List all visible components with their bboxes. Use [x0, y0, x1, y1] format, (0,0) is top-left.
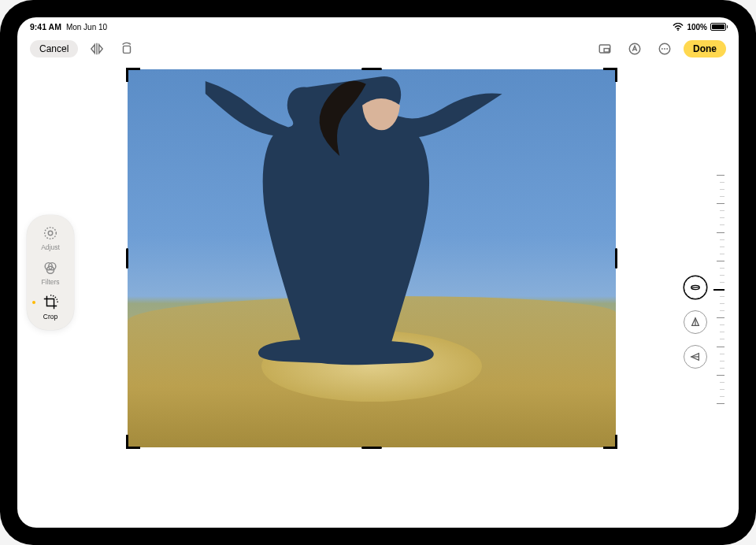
slider-tick [720, 339, 724, 339]
crop-region[interactable] [128, 69, 616, 447]
slider-tick [720, 189, 724, 190]
wifi-icon [673, 23, 684, 31]
slider-tick [720, 239, 724, 240]
svg-point-0 [678, 29, 680, 31]
rotate-icon[interactable] [116, 38, 138, 60]
slider-tick [717, 375, 724, 376]
slider-tick [720, 210, 724, 211]
tool-filters[interactable]: Filters [27, 259, 74, 286]
cancel-button[interactable]: Cancel [30, 40, 78, 57]
svg-point-10 [48, 231, 52, 235]
slider-tick [717, 403, 724, 404]
slider-tick [717, 175, 724, 176]
tool-crop-label: Crop [43, 313, 57, 321]
tool-adjust[interactable]: Adjust [27, 224, 74, 251]
slider-tick [720, 247, 724, 247]
svg-rect-3 [604, 49, 609, 53]
slider-tick [720, 332, 724, 332]
clock: 9:41 AM [30, 22, 61, 32]
slider-tick [720, 196, 724, 197]
date: Mon Jun 10 [66, 23, 107, 32]
slider-scale[interactable] [718, 175, 724, 403]
status-right: 100% [673, 23, 726, 32]
slider-tick [720, 282, 724, 283]
edit-mode-pill: Adjust Filters Crop [27, 215, 74, 330]
slider-tick [720, 354, 724, 354]
slider-tick [720, 182, 724, 183]
vertical-perspective-button[interactable] [684, 310, 707, 334]
tool-adjust-label: Adjust [41, 243, 60, 251]
slider-tick [720, 217, 724, 218]
slider-tick [720, 268, 724, 269]
markup-icon[interactable] [624, 38, 646, 60]
slider-tick [717, 317, 724, 318]
slider-tick [720, 310, 724, 311]
battery-icon [710, 23, 726, 31]
slider-tick [720, 361, 724, 361]
slider-tick [720, 368, 724, 369]
done-button[interactable]: Done [684, 40, 726, 57]
photo-placeholder [128, 69, 616, 447]
slider-tick [720, 296, 724, 297]
adjust-icon [42, 224, 59, 242]
tool-crop[interactable]: Crop [27, 294, 74, 321]
slider-tick [720, 254, 724, 254]
slider-tick [713, 289, 724, 291]
aspect-ratio-icon[interactable] [594, 38, 616, 60]
editor-toolbar: Cancel Done [17, 33, 739, 65]
toolbar-left: Cancel [30, 38, 138, 60]
slider-tick [720, 382, 724, 383]
straighten-button[interactable] [684, 276, 707, 299]
status-left: 9:41 AM Mon Jun 10 [30, 22, 107, 32]
battery-percent: 100% [687, 23, 707, 32]
slider-tick [720, 303, 724, 304]
tool-filters-label: Filters [41, 278, 59, 286]
svg-rect-1 [124, 46, 131, 53]
slider-tick [720, 324, 724, 325]
photo-canvas[interactable] [128, 69, 616, 447]
ipad-frame: 9:41 AM Mon Jun 10 100% Cancel [0, 0, 756, 545]
flip-horizontal-icon[interactable] [86, 38, 108, 60]
svg-point-6 [662, 48, 663, 50]
slider-tick [717, 232, 724, 233]
slider-tick [720, 275, 724, 276]
slider-tick [717, 203, 724, 204]
slider-tick [720, 224, 724, 225]
crop-icon [42, 294, 59, 311]
slider-tick [720, 396, 724, 397]
screen: 9:41 AM Mon Jun 10 100% Cancel [17, 17, 739, 528]
slider-tick [720, 389, 724, 390]
filters-icon [42, 259, 59, 276]
status-bar: 9:41 AM Mon Jun 10 100% [17, 17, 739, 33]
slider-tick [717, 261, 724, 261]
svg-point-7 [664, 48, 665, 50]
svg-point-8 [666, 48, 668, 50]
more-icon[interactable] [654, 38, 676, 60]
horizontal-perspective-button[interactable] [684, 345, 707, 369]
slider-tick [717, 347, 724, 347]
svg-point-9 [45, 228, 57, 239]
rotation-slider [684, 175, 724, 403]
toolbar-right: Done [594, 38, 726, 60]
